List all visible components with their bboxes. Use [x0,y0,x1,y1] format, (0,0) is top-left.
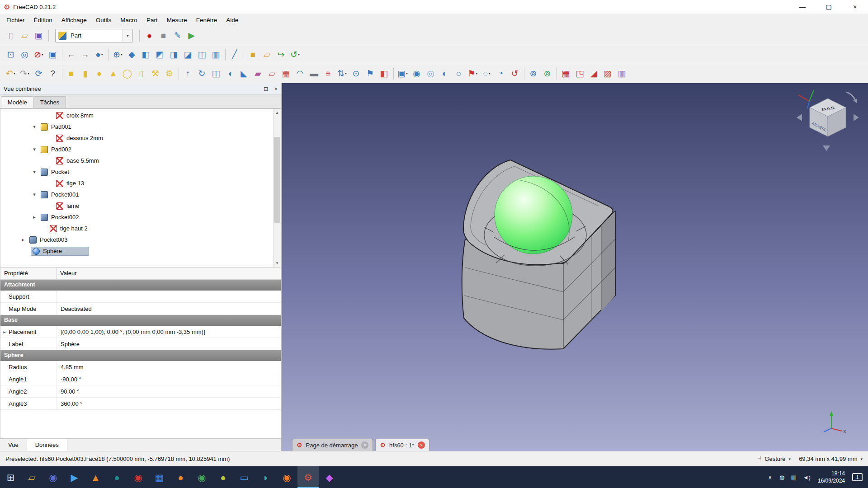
tree-item[interactable]: tige 13 [0,178,281,189]
property-group-header[interactable]: Sphere [0,350,281,361]
box-selection-icon[interactable]: ▣▾ [46,47,60,61]
dropdown-arrow-icon[interactable]: ▾ [298,52,300,56]
3d-viewport[interactable]: BAS ARRIÈRE x ⚙ Page de démarrage × [282,83,868,451]
taskbar-freecad-icon[interactable]: ⚙ [297,466,319,488]
scrollbar-thumb[interactable] [274,137,280,223]
create-group-icon[interactable]: ▱▾ [260,47,274,61]
view-rear-icon[interactable]: ◪▾ [181,47,195,61]
tray-volume-icon[interactable]: ◄) [803,474,811,481]
whats-this-icon[interactable]: ?▾ [46,66,60,80]
taskbar-media-player-icon[interactable]: ▶ [64,466,85,488]
property-value[interactable]: 360,00 ° [57,400,281,407]
taskbar-app-orange-triangle-icon[interactable]: ▲ [85,466,106,488]
property-row[interactable]: Angle1 -90,00 ° [0,373,281,385]
chevron-down-icon[interactable]: ▾ [860,457,863,461]
menu-item[interactable]: Part [142,15,162,25]
cross-sections-icon[interactable]: ≡▾ [321,66,335,80]
navcube-left-arrow-icon[interactable] [797,114,802,121]
primitive-tube-icon[interactable]: ▯▾ [134,66,148,80]
expand-compound-icon[interactable]: ▥▾ [615,66,629,80]
nav-forward-icon[interactable]: →▾ [78,47,92,61]
undo-icon[interactable]: ↶▾ [4,66,18,80]
taskbar-app-blue-grid-icon[interactable]: ▦ [149,466,170,488]
taskbar-explorer-icon[interactable]: ▱ [21,466,42,488]
make-face-icon[interactable]: ▰▾ [251,66,265,80]
tab-model[interactable]: Modèle [1,96,34,108]
primitive-sphere-icon[interactable]: ●▾ [92,66,106,80]
dropdown-arrow-icon[interactable]: ▾ [14,71,15,75]
expander-icon[interactable]: ▾ [30,146,39,152]
expander-icon[interactable]: ▸ [0,329,9,334]
revolve-icon[interactable]: ↻▾ [195,66,209,80]
refine-shape-icon[interactable]: ↺▾ [508,66,522,80]
view-right-icon[interactable]: ◨▾ [167,47,181,61]
maximize-button[interactable]: ▢ [816,0,842,14]
dropdown-arrow-icon[interactable]: ▾ [406,71,408,75]
color-per-face-icon[interactable]: ◧▾ [377,66,391,80]
taskbar-app-blue-sphere-icon[interactable]: ◉ [42,466,64,488]
column-header-property[interactable]: Propriété [0,267,57,279]
property-group-header[interactable]: Attachment [0,280,281,291]
taskbar-monitor-icon[interactable]: ▭ [234,466,255,488]
dropdown-arrow-icon[interactable]: ▾ [42,52,43,56]
section-cut-icon[interactable]: ◔▾ [494,66,508,80]
property-value[interactable]: Deactivated [57,305,281,312]
property-row[interactable]: Base [0,315,281,326]
property-value[interactable]: 90,00 ° [57,388,281,395]
property-row[interactable]: Attachment [0,280,281,291]
primitive-box-icon[interactable]: ■▾ [64,66,78,80]
menu-item[interactable]: Mesure [162,15,192,25]
save-icon[interactable]: ▣▾ [32,28,46,42]
make-link-icon[interactable]: ↪▾ [274,47,288,61]
close-tab-icon[interactable]: × [418,441,425,449]
close-panel-icon[interactable]: × [274,86,278,92]
start-button[interactable]: ⊞ [0,466,21,488]
property-row[interactable]: Map Mode Deactivated [0,303,281,315]
menu-item[interactable]: Affichage [57,15,91,25]
nav-back-icon[interactable]: ←▾ [64,47,78,61]
expander-icon[interactable]: ▾ [30,124,39,130]
split-tools-icon[interactable]: ⚑▾ [466,66,480,80]
open-folder-icon[interactable]: ▱▾ [18,28,32,42]
shape-builder-icon[interactable]: ⚒▾ [148,66,162,80]
create-part-icon[interactable]: ■▾ [246,47,260,61]
new-file-icon[interactable]: ▯▾ [4,28,18,42]
fit-all-icon[interactable]: ◎▾ [18,47,32,61]
measure-icon[interactable]: ╱▾ [227,47,241,61]
navigation-style-dropdown[interactable]: ☝ Gesture ▾ [757,455,791,463]
navcube-right-arrow-icon[interactable] [854,114,859,121]
expander-icon[interactable]: ▾ [30,192,39,197]
link-tools-icon[interactable]: ↺▾ [288,47,302,61]
tree-item[interactable]: Sphère [0,245,281,257]
ruled-surface-icon[interactable]: ▱▾ [265,66,279,80]
tree-item[interactable]: base 5.5mm [0,155,281,166]
viewport-dimensions[interactable]: 69,34 mm x 41,99 mm ▾ [799,455,863,462]
property-row[interactable]: Angle3 360,00 ° [0,398,281,410]
tree-item[interactable]: croix 8mm [0,110,281,121]
tab-data[interactable]: Données [27,439,67,451]
minimize-button[interactable]: — [789,0,816,14]
workbench-selector[interactable]: Part ▾ [55,29,133,42]
dropdown-arrow-icon[interactable]: ▾ [489,71,491,75]
tree-item[interactable]: ▾ Pad001 [0,121,281,132]
panel-header[interactable]: Vue combinée ⊡ × [0,83,281,95]
tree-item[interactable]: ▾ Pocket001 [0,189,281,200]
property-value[interactable]: 4,85 mm [57,364,281,371]
property-row[interactable]: Angle2 90,00 ° [0,385,281,398]
thickness-icon[interactable]: ⊙▾ [349,66,363,80]
expander-icon[interactable]: ▸ [30,214,39,220]
dropdown-arrow-icon[interactable]: ▾ [101,52,103,56]
refresh-icon[interactable]: ⟳▾ [32,66,46,80]
tree-item[interactable]: ▸ Pocket003 [0,234,281,245]
property-row[interactable]: Support [0,291,281,303]
macro-edit-icon[interactable]: ✎▾ [170,28,184,42]
tray-network-icon[interactable]: ▥ [791,474,796,481]
boolean-common-icon[interactable]: ◎▾ [424,66,438,80]
chevron-down-icon[interactable]: ▾ [789,457,791,461]
loft-icon[interactable]: ▦▾ [279,66,293,80]
dropdown-arrow-icon[interactable]: ▾ [345,71,347,75]
primitives-dialog-icon[interactable]: ⚙▾ [162,66,176,80]
property-value[interactable]: -90,00 ° [57,376,281,383]
tab-view[interactable]: Vue [0,439,27,451]
navcube-down-arrow-icon[interactable] [823,145,830,151]
